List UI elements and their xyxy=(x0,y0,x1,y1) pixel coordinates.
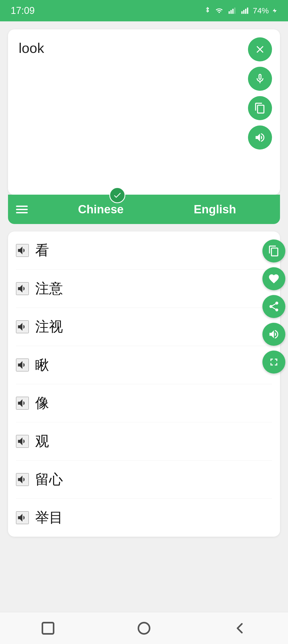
result-item: 注视 xyxy=(16,308,272,346)
speaker-icon xyxy=(17,245,28,256)
favorite-button[interactable] xyxy=(262,267,285,290)
svg-rect-0 xyxy=(229,11,230,14)
tts-button[interactable] xyxy=(248,125,272,150)
play-result-button[interactable] xyxy=(16,511,29,524)
svg-rect-8 xyxy=(42,623,54,634)
results-list: 看注意注视瞅像观留心举目 xyxy=(16,231,272,537)
menu-button[interactable] xyxy=(16,206,28,213)
result-chinese: 像 xyxy=(35,394,272,413)
recent-apps-button[interactable] xyxy=(37,618,59,639)
result-item: 观 xyxy=(16,422,272,461)
close-icon xyxy=(254,44,266,55)
svg-rect-2 xyxy=(232,9,234,14)
play-result-button[interactable] xyxy=(16,397,29,410)
result-chinese: 瞅 xyxy=(35,356,272,374)
triangle-icon xyxy=(233,621,247,636)
volume-icon xyxy=(254,132,266,143)
result-chinese: 注视 xyxy=(35,317,272,336)
result-chinese: 留心 xyxy=(35,470,272,489)
mic-button[interactable] xyxy=(248,67,272,91)
mic-icon xyxy=(254,73,266,85)
result-chinese: 举目 xyxy=(35,508,272,527)
share-button[interactable] xyxy=(262,295,285,318)
speaker-icon xyxy=(17,359,28,371)
copy-button[interactable] xyxy=(248,96,272,120)
navigation-bar xyxy=(0,612,288,644)
home-button[interactable] xyxy=(133,618,155,639)
result-chinese: 观 xyxy=(35,432,272,451)
speaker-icon xyxy=(17,474,28,485)
copy-result-button[interactable] xyxy=(262,239,285,262)
heart-icon xyxy=(268,273,280,285)
tts-result-button[interactable] xyxy=(262,323,285,346)
main-content: look Ch xyxy=(0,21,288,537)
battery-level: 74% xyxy=(253,6,269,15)
svg-rect-7 xyxy=(247,7,248,14)
status-time: 17:09 xyxy=(11,5,35,16)
copy-icon xyxy=(254,102,266,114)
result-chinese: 看 xyxy=(35,241,272,260)
checkmark-icon xyxy=(113,191,122,200)
check-badge xyxy=(109,187,125,203)
language-bar: Chinese English xyxy=(8,195,280,224)
status-bar: 17:09 74% xyxy=(0,0,288,21)
svg-rect-4 xyxy=(241,11,243,14)
bluetooth-icon xyxy=(204,6,211,15)
result-chinese: 注意 xyxy=(35,279,272,298)
svg-rect-1 xyxy=(230,10,232,14)
result-item: 像 xyxy=(16,384,272,422)
share-icon xyxy=(268,301,280,312)
result-item: 看 xyxy=(16,231,272,270)
svg-rect-5 xyxy=(243,10,245,14)
source-language-button[interactable]: Chinese xyxy=(44,203,158,216)
expand-button[interactable] xyxy=(262,351,285,374)
square-icon xyxy=(41,621,55,636)
play-result-button[interactable] xyxy=(16,244,29,257)
play-result-button[interactable] xyxy=(16,282,29,295)
results-card: 看注意注视瞅像观留心举目 xyxy=(8,231,280,537)
svg-rect-3 xyxy=(234,7,235,14)
result-item: 瞅 xyxy=(16,346,272,384)
result-item: 注意 xyxy=(16,270,272,308)
play-result-button[interactable] xyxy=(16,359,29,371)
copy-result-icon xyxy=(268,245,280,257)
svg-point-9 xyxy=(138,623,150,634)
target-language-button[interactable]: English xyxy=(158,203,272,216)
speaker-icon xyxy=(17,435,28,447)
input-card: look xyxy=(8,29,280,195)
status-icons: 74% xyxy=(204,6,277,15)
speaker-icon xyxy=(17,397,28,409)
speaker-icon xyxy=(17,321,28,333)
signal-icon xyxy=(227,7,237,14)
input-actions xyxy=(248,37,272,150)
signal2-icon xyxy=(240,7,250,14)
volume-result-icon xyxy=(268,328,280,340)
speaker-icon xyxy=(17,512,28,524)
results-actions xyxy=(262,239,285,374)
expand-icon xyxy=(268,356,280,368)
result-item: 举目 xyxy=(16,499,272,537)
clear-button[interactable] xyxy=(248,37,272,61)
play-result-button[interactable] xyxy=(16,473,29,486)
back-button[interactable] xyxy=(229,618,251,639)
play-result-button[interactable] xyxy=(16,435,29,448)
wifi-icon xyxy=(214,7,224,14)
speaker-icon xyxy=(17,283,28,294)
play-result-button[interactable] xyxy=(16,320,29,333)
svg-rect-6 xyxy=(245,9,246,14)
circle-icon xyxy=(137,621,151,636)
result-item: 留心 xyxy=(16,461,272,499)
charging-icon xyxy=(272,7,277,14)
input-text-display[interactable]: look xyxy=(19,40,272,187)
